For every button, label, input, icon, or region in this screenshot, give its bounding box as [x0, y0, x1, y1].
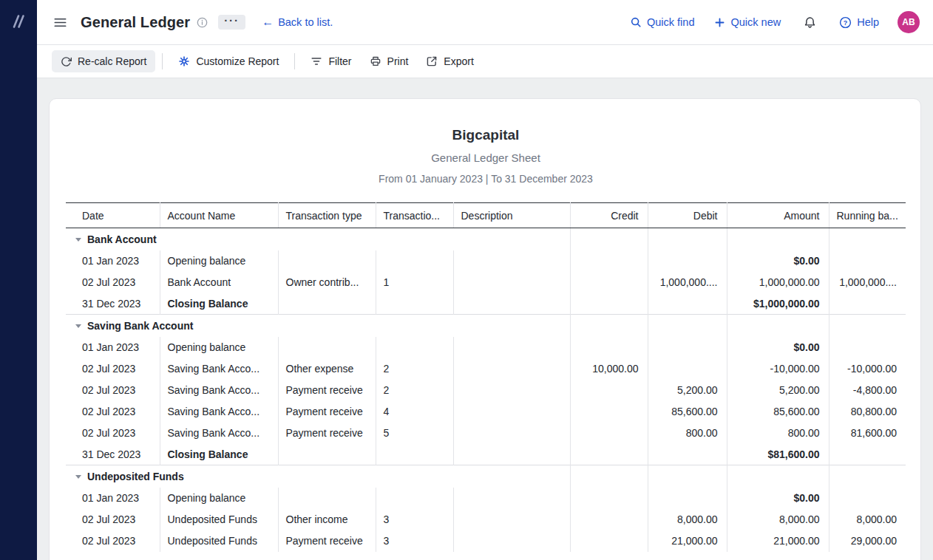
cell-amount: $0.00 — [727, 337, 829, 358]
cell-date: 02 Jul 2023 — [66, 401, 160, 423]
bell-icon — [804, 16, 816, 29]
svg-text:?: ? — [844, 18, 847, 26]
column-header: Date — [66, 203, 160, 228]
printer-icon — [370, 55, 381, 67]
cell-date: 02 Jul 2023 — [66, 380, 160, 401]
cell-running: 1,000,000.... — [829, 272, 906, 293]
app-root: General Ledger ··· ← Back to list. Quick… — [0, 0, 933, 560]
cell-running — [829, 337, 906, 358]
cell-account: Undeposited Funds — [160, 530, 278, 552]
cog-icon — [178, 55, 190, 67]
company-name: Bigcapital — [66, 127, 906, 143]
back-arrow-icon: ← — [262, 16, 274, 28]
column-header: Credit — [570, 203, 648, 228]
cell-running — [829, 250, 906, 272]
ledger-table: DateAccount NameTransaction typeTransact… — [66, 202, 906, 552]
refresh-icon — [61, 56, 72, 67]
ledger-row: 02 Jul 2023Bank AccountOwner contrib...1… — [66, 272, 906, 293]
cell-amount: $0.00 — [727, 250, 829, 272]
recalc-report-label: Re-calc Report — [78, 55, 146, 67]
help-label: Help — [857, 16, 879, 28]
account-group-row[interactable]: Bank Account — [66, 228, 906, 250]
ledger-row: 31 Dec 2023Closing Balance$1,000,000.00 — [66, 293, 906, 315]
quick-find-button[interactable]: Quick find — [630, 16, 694, 28]
cell-date: 31 Dec 2023 — [66, 293, 160, 315]
content-area: Bigcapital General Ledger Sheet From 01 … — [37, 78, 933, 560]
cell-credit: 10,000.00 — [570, 358, 648, 380]
cell-account: Bank Account — [160, 272, 278, 293]
cell-running — [829, 488, 906, 509]
ledger-row: 02 Jul 2023Undeposited FundsPayment rece… — [66, 530, 906, 552]
cell-debit — [648, 444, 727, 465]
back-to-list-label: Back to list. — [278, 16, 333, 28]
cell-account: Saving Bank Acco... — [160, 380, 278, 401]
group-empty-cell — [727, 465, 829, 488]
cell-date: 02 Jul 2023 — [66, 530, 160, 552]
cell-credit — [570, 272, 648, 293]
cell-no — [376, 488, 453, 509]
cell-account: Opening balance — [160, 250, 278, 272]
cell-account: Saving Bank Acco... — [160, 358, 278, 380]
export-button[interactable]: Export — [417, 50, 482, 72]
cell-no: 5 — [376, 423, 453, 444]
app-logo[interactable] — [7, 10, 30, 33]
sidebar — [0, 0, 37, 560]
cell-running — [829, 444, 906, 465]
page-title: General Ledger — [81, 14, 190, 31]
account-group-name: Saving Bank Account — [87, 320, 193, 332]
info-icon[interactable] — [197, 17, 208, 28]
filter-label: Filter — [328, 55, 351, 67]
cell-running — [829, 293, 906, 315]
cell-desc — [453, 358, 570, 380]
recalc-report-button[interactable]: Re-calc Report — [52, 50, 155, 72]
cell-type: Payment receive — [278, 401, 376, 423]
filter-button[interactable]: Filter — [302, 50, 360, 72]
group-empty-cell — [829, 315, 906, 337]
cell-debit — [648, 337, 727, 358]
ledger-header-row: DateAccount NameTransaction typeTransact… — [66, 203, 906, 228]
cell-account: Undeposited Funds — [160, 509, 278, 530]
cell-amount: 85,600.00 — [727, 401, 829, 423]
cell-desc — [453, 488, 570, 509]
column-header: Amount — [727, 203, 829, 228]
report-date-range: From 01 January 2023 | To 31 December 20… — [66, 173, 906, 185]
group-empty-cell — [727, 315, 829, 337]
back-to-list-link[interactable]: ← Back to list. — [262, 16, 333, 28]
more-options-button[interactable]: ··· — [218, 15, 245, 30]
cell-no: 1 — [376, 272, 453, 293]
cell-debit: 8,000.00 — [648, 509, 727, 530]
cell-credit — [570, 380, 648, 401]
cell-no — [376, 337, 453, 358]
cell-amount: -10,000.00 — [727, 358, 829, 380]
cell-credit — [570, 250, 648, 272]
cell-no: 3 — [376, 509, 453, 530]
help-button[interactable]: ? Help — [839, 16, 879, 29]
cell-type: Other income — [278, 509, 376, 530]
cell-date: 02 Jul 2023 — [66, 509, 160, 530]
cell-debit: 1,000,000.... — [648, 272, 727, 293]
account-group-row[interactable]: Undeposited Funds — [66, 465, 906, 488]
ledger-row: 02 Jul 2023Saving Bank Acco...Payment re… — [66, 401, 906, 423]
toolbar-divider — [162, 53, 163, 69]
ledger-row: 02 Jul 2023Saving Bank Acco...Payment re… — [66, 380, 906, 401]
cell-amount: 21,000.00 — [727, 530, 829, 552]
account-group-row[interactable]: Saving Bank Account — [66, 315, 906, 337]
customize-report-button[interactable]: Customize Report — [169, 50, 288, 72]
cell-desc — [453, 530, 570, 552]
cell-no — [376, 444, 453, 465]
quick-new-button[interactable]: Quick new — [714, 16, 781, 28]
customize-report-label: Customize Report — [196, 55, 279, 67]
notifications-button[interactable] — [801, 13, 819, 32]
cell-desc — [453, 401, 570, 423]
cell-type: Payment receive — [278, 423, 376, 444]
cell-no — [376, 250, 453, 272]
menu-button[interactable] — [50, 13, 70, 33]
hamburger-icon — [53, 16, 67, 30]
group-empty-cell — [570, 228, 648, 250]
group-empty-cell — [727, 228, 829, 250]
print-button[interactable]: Print — [361, 50, 418, 72]
avatar[interactable]: AB — [898, 11, 920, 33]
topbar: General Ledger ··· ← Back to list. Quick… — [37, 0, 933, 45]
report-header: Bigcapital General Ledger Sheet From 01 … — [66, 127, 906, 185]
cell-desc — [453, 293, 570, 315]
